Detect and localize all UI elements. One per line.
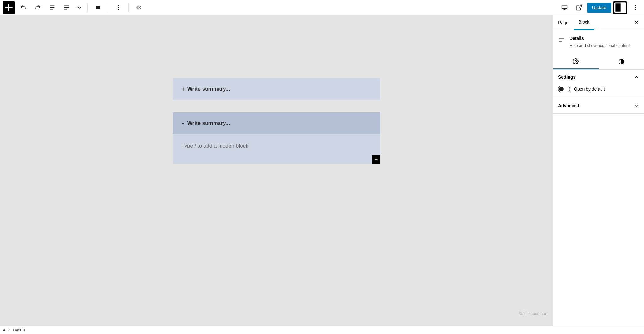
undo-button[interactable] [17,1,30,14]
sidebar-icon [613,1,627,14]
align-button[interactable] [92,1,104,14]
open-by-default-label: Open by default [574,86,605,92]
undo-icon [20,4,27,11]
breadcrumb-footer: e Details [0,326,644,334]
svg-point-1 [118,5,119,6]
list-view-button[interactable] [46,1,58,14]
svg-point-7 [635,5,636,6]
view-button[interactable] [573,1,585,14]
add-block-button[interactable] [372,155,380,164]
styles-tab[interactable] [599,54,644,69]
toolbar-separator [128,3,129,12]
top-toolbar: Update [0,0,644,15]
block-name: Details [569,36,631,41]
desktop-icon [561,4,568,11]
close-sidebar-button[interactable] [631,18,641,28]
settings-panel: Settings Open by default [553,70,644,98]
tab-page[interactable]: Page [553,16,574,30]
sidebar-toggle-button[interactable] [613,1,627,14]
advanced-panel-header[interactable]: Advanced [553,98,644,113]
open-by-default-toggle[interactable] [558,86,570,92]
svg-rect-6 [621,3,625,12]
gear-icon [573,58,579,64]
tab-block[interactable]: Block [574,15,594,30]
align-icon [94,4,101,11]
list-view-icon [49,4,56,11]
settings-panel-header[interactable]: Settings [553,70,644,85]
details-block-open[interactable]: - Write summary... Type / to add a hidde… [173,112,380,164]
block-details-indicator[interactable] [60,1,73,14]
collapse-toolbar-button[interactable] [132,1,145,14]
svg-point-8 [635,7,636,8]
plus-icon [374,157,379,162]
svg-rect-0 [96,6,100,9]
chevron-down-icon [634,103,639,108]
editor-canvas[interactable]: + Write summary... - Write summary... Ty… [0,15,553,326]
summary-placeholder: Write summary... [187,120,230,126]
settings-tab[interactable] [553,54,599,69]
svg-point-9 [635,9,636,10]
advanced-panel-title: Advanced [558,103,579,108]
more-vertical-icon [115,4,122,11]
toolbar-separator [108,3,108,12]
block-dropdown[interactable] [75,1,84,14]
toolbar-separator [87,3,88,12]
chevron-right-icon [7,328,11,331]
breadcrumb-separator [7,328,11,332]
contrast-icon [618,58,625,65]
body-placeholder: Type / to add a hidden block [181,143,371,149]
plus-toggle-icon: + [181,86,185,92]
svg-rect-4 [562,5,567,8]
redo-icon [34,4,41,11]
details-summary[interactable]: + Write summary... [173,78,380,100]
close-icon [634,20,639,25]
chevrons-left-icon [135,4,142,11]
update-button[interactable]: Update [587,3,611,13]
block-description: Hide and show additional content. [569,43,631,48]
external-link-icon [575,4,582,11]
svg-point-10 [575,60,577,62]
block-header: Details Hide and show additional content… [553,30,644,54]
minus-toggle-icon: - [181,120,185,126]
device-preview-button[interactable] [558,1,571,14]
advanced-panel: Advanced [553,98,644,114]
plus-icon [3,1,15,14]
details-block-icon [63,4,70,11]
more-vertical-icon [632,4,639,11]
breadcrumb-current[interactable]: Details [13,328,25,332]
summary-placeholder: Write summary... [187,86,230,92]
block-options-button[interactable] [112,1,125,14]
svg-point-2 [118,7,119,8]
settings-sidebar: Page Block Details Hide and show additio… [553,15,644,326]
details-block-icon [558,36,565,43]
settings-panel-title: Settings [558,75,575,80]
chevron-down-icon [76,4,83,11]
more-menu-button[interactable] [629,1,641,14]
redo-button[interactable] [31,1,44,14]
details-body[interactable]: Type / to add a hidden block [173,134,380,164]
details-summary[interactable]: - Write summary... [173,112,380,134]
inserter-button[interactable] [3,1,15,14]
chevron-up-icon [634,75,639,80]
svg-point-3 [118,9,119,10]
breadcrumb-parent[interactable]: e [3,328,5,332]
details-block-closed[interactable]: + Write summary... [173,78,380,100]
